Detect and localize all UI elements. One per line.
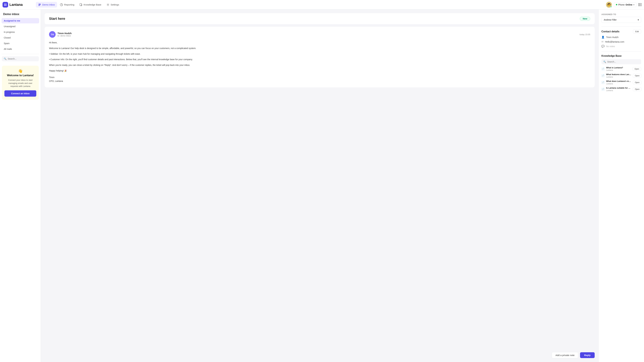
chevron-down-icon: ▾ [638,18,639,21]
main-layout: Demo inbox Assigned to me Unassigned In … [0,10,644,362]
kb-item-title: Is Lantana suitable for small b... [606,87,631,89]
chevron-down-icon: ▾ [633,4,634,6]
signature-name: Timm [49,76,590,79]
contact-name-row: 👤 Timm Hudzh [602,36,641,39]
ticket-meta: TH Timm Hudzh to: demo inbox today 15:05 [49,31,590,38]
welcome-title: Welcome to Lantana! [4,74,36,77]
logo-text: Lantana [10,3,23,7]
ticket-sender: TH Timm Hudzh to: demo inbox [49,31,72,38]
kb-items-list: 📄 What is Lantana? Lantana Open 📄 What f… [602,66,641,92]
sidebar-search-box[interactable]: 🔍 [2,56,39,61]
ticket-title: Start here [49,17,65,21]
svg-rect-4 [38,4,41,4]
nav-settings[interactable]: Settings [104,2,121,8]
assigned-select[interactable]: Andrew Filler ▾ [602,17,641,23]
logo: Lantana [2,2,31,8]
contact-name: Timm Hudzh [606,36,618,38]
kb-item-content: What features does Lantana... Lantana [606,73,631,78]
top-navigation: Lantana Demo inbox Reporting Knowledge B… [0,0,644,10]
avatar[interactable]: 🧑 [606,2,612,8]
right-panel: Assigned to Andrew Filler ▾ Contact deta… [598,10,644,362]
phone-online-dot [616,4,617,5]
kb-open-button[interactable]: Open [633,80,642,84]
phone-label: Phone [618,4,624,6]
contact-details-title: Contact details [602,30,620,33]
contact-notes: No notes [606,45,615,48]
welcome-emoji: 👋 [4,69,36,73]
ticket-intro: Welcome to Lantana! Our help desk is des… [49,46,590,50]
welcome-description: Connect your inbox to start managing ema… [4,78,36,88]
kb-item-content: Is Lantana suitable for small b... Lanta… [606,87,631,92]
sidebar-item-in-progress[interactable]: In progress [2,30,39,35]
svg-rect-6 [38,5,40,6]
topnav-right: 🧑 Phone Online ▾ [606,2,642,8]
signature-title: CPO, Lantana [49,79,590,83]
sender-to: to: demo inbox [58,34,72,37]
sidebar-item-spam[interactable]: Spam [2,41,39,46]
assigned-to-section: Assigned to Andrew Filler ▾ [602,13,641,23]
nav-reporting[interactable]: Reporting [58,2,76,8]
ticket-signature: Timm CPO, Lantana [49,76,590,83]
assigned-to-label: Assigned to [602,13,641,16]
person-icon: 👤 [602,36,604,39]
sender-avatar: TH [49,31,56,38]
ticket-close-info: When you're ready, you can close a ticke… [49,63,590,67]
phone-status[interactable]: Phone Online ▾ [614,2,636,7]
status-label: Online [626,4,632,6]
contact-email: Hello@lantana.com [605,40,624,43]
avatar-online-dot [610,6,612,8]
ticket-time: today 15:05 [580,33,590,36]
edit-contact-button[interactable]: Edit [633,30,641,34]
kb-search-input[interactable] [607,60,639,63]
kb-list-item: 📄 What features does Lantana... Lantana … [602,73,641,78]
kb-doc-icon: 📄 [602,68,604,70]
sidebar-item-all-mails[interactable]: All mails [2,46,39,52]
add-private-note-button[interactable]: Add a private note [552,352,578,358]
assigned-person-name: Andrew Filler [604,18,617,21]
ticket-bullet-sidebar: • Sidebar: On the left, is your main hub… [49,52,590,56]
svg-point-3 [6,5,6,6]
kb-search-icon: 🔍 [603,60,606,63]
nav-knowledge-base[interactable]: Knowledge Base [77,2,104,8]
reply-button[interactable]: Reply [580,352,595,358]
kb-search-box[interactable]: 🔍 [602,59,641,64]
kb-item-subtitle: Lantana [606,83,631,85]
ticket-body: TH Timm Hudzh to: demo inbox today 15:05… [45,27,595,87]
grid-apps-icon[interactable] [638,3,642,6]
sidebar-item-closed[interactable]: Closed [2,35,39,40]
kb-open-button[interactable]: Open [633,87,642,91]
contact-details-section: Contact details Edit 👤 Timm Hudzh ✉ Hell… [602,30,641,48]
sidebar-item-assigned-to-me[interactable]: Assigned to me [2,18,39,24]
kb-item-content: What does Lantana's mental h... Lantana [606,80,631,85]
nav-items: Demo inbox Reporting Knowledge Base Sett… [36,2,606,8]
ticket-status-badge: New [580,17,590,21]
contact-section-header: Contact details Edit [602,30,641,34]
svg-rect-7 [80,4,82,6]
sender-info: Timm Hudzh to: demo inbox [58,32,72,37]
sidebar-title: Demo inbox [0,12,41,18]
ticket-bullet-customer: • Customer Info: On the right, you'll fi… [49,58,590,62]
svg-rect-5 [38,4,41,5]
sidebar: Demo inbox Assigned to me Unassigned In … [0,10,41,362]
kb-item-subtitle: Lantana [606,90,631,92]
search-input[interactable] [8,58,37,60]
kb-item-subtitle: Lantana [606,69,631,71]
sidebar-item-unassigned[interactable]: Unassigned [2,24,39,29]
sidebar-nav: Assigned to me Unassigned In progress Cl… [0,18,41,52]
ticket-text: Hi there, Welcome to Lantana! Our help d… [49,41,590,83]
ticket-greeting: Hi there, [49,41,590,44]
kb-item-title: What features does Lantana... [606,73,631,76]
connect-inbox-button[interactable]: Connect an inbox [4,90,36,97]
rp-divider-2 [602,52,641,52]
kb-open-button[interactable]: Open [633,74,642,78]
kb-doc-icon: 📄 [602,88,604,91]
kb-list-item: 📄 What is Lantana? Lantana Open [602,66,641,71]
nav-demo-inbox[interactable]: Demo inbox [36,2,57,8]
notes-icon: 💬 [602,45,604,48]
kb-open-button[interactable]: Open [632,67,641,71]
kb-item-title: What is Lantana? [606,66,631,69]
main-content: Start here New TH Timm Hudzh to: demo in… [41,10,598,362]
rp-divider-1 [602,26,641,27]
ticket-container: Start here New TH Timm Hudzh to: demo in… [41,10,598,350]
email-icon: ✉ [602,40,604,43]
